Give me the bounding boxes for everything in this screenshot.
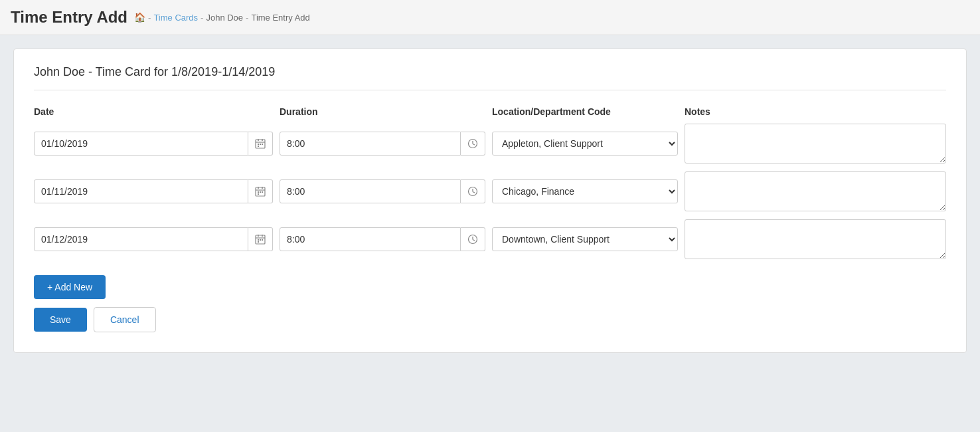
date-picker-button-1[interactable]	[248, 132, 273, 156]
entry-row-2: Appleton, Client Support Chicago, Financ…	[34, 171, 946, 211]
location-select-3[interactable]: Appleton, Client Support Chicago, Financ…	[492, 227, 678, 251]
duration-field-2	[280, 179, 485, 203]
breadcrumb-timeentryadd: Time Entry Add	[251, 13, 309, 23]
location-select-2[interactable]: Appleton, Client Support Chicago, Financ…	[492, 179, 678, 203]
location-select-1[interactable]: Appleton, Client Support Chicago, Financ…	[492, 132, 678, 156]
actions-section: + Add New Save Cancel	[34, 275, 946, 332]
svg-rect-16	[260, 191, 261, 193]
cancel-button[interactable]: Cancel	[94, 307, 156, 332]
calendar-icon-1	[255, 138, 266, 149]
breadcrumb-sep3: -	[246, 13, 248, 23]
svg-rect-17	[262, 191, 263, 193]
calendar-icon-2	[255, 186, 266, 197]
date-input-2[interactable]	[34, 179, 248, 203]
svg-rect-15	[258, 191, 259, 193]
svg-rect-28	[262, 239, 263, 241]
duration-field-1	[280, 132, 485, 156]
calendar-icon-3	[255, 234, 266, 245]
entry-row-3: Appleton, Client Support Chicago, Financ…	[34, 219, 946, 259]
svg-rect-5	[260, 144, 261, 145]
main-content: John Doe - Time Card for 1/8/2019-1/14/2…	[0, 35, 980, 366]
duration-column-header: Duration	[280, 106, 485, 117]
breadcrumb: 🏠 - Time Cards - John Doe - Time Entry A…	[134, 12, 310, 23]
svg-rect-27	[260, 239, 261, 241]
save-button[interactable]: Save	[34, 308, 87, 332]
notes-textarea-3[interactable]	[685, 219, 946, 259]
date-field-2	[34, 179, 273, 203]
clock-icon-2	[467, 186, 478, 197]
breadcrumb-sep2: -	[201, 13, 203, 23]
clock-icon-1	[467, 138, 478, 149]
date-input-1[interactable]	[34, 132, 248, 156]
svg-rect-18	[258, 193, 259, 195]
date-input-3[interactable]	[34, 227, 248, 251]
date-picker-button-2[interactable]	[248, 179, 273, 203]
svg-rect-4	[258, 144, 259, 145]
notes-textarea-1[interactable]	[685, 124, 946, 163]
duration-clock-button-3[interactable]	[461, 227, 485, 251]
bottom-actions: Save Cancel	[34, 307, 946, 332]
column-headers: Date Duration Location/Department Code N…	[34, 106, 946, 117]
svg-line-10	[473, 144, 475, 146]
duration-clock-button-2[interactable]	[461, 179, 485, 203]
entry-row-1: Appleton, Client Support Chicago, Financ…	[34, 124, 946, 163]
svg-rect-29	[258, 241, 259, 243]
date-picker-button-3[interactable]	[248, 227, 273, 251]
duration-clock-button-1[interactable]	[461, 132, 485, 156]
page-header: Time Entry Add 🏠 - Time Cards - John Doe…	[0, 0, 980, 35]
svg-line-21	[473, 192, 475, 193]
duration-input-3[interactable]	[280, 227, 461, 251]
page-title: Time Entry Add	[11, 8, 127, 27]
add-new-button[interactable]: + Add New	[34, 275, 106, 299]
duration-input-1[interactable]	[280, 132, 461, 156]
location-column-header: Location/Department Code	[492, 106, 678, 117]
notes-column-header: Notes	[685, 106, 946, 117]
breadcrumb-separator: -	[148, 13, 151, 23]
breadcrumb-johndoe: John Doe	[206, 13, 243, 23]
form-card: John Doe - Time Card for 1/8/2019-1/14/2…	[13, 49, 967, 353]
date-field-1	[34, 132, 273, 156]
card-title: John Doe - Time Card for 1/8/2019-1/14/2…	[34, 65, 946, 90]
svg-line-32	[473, 240, 475, 241]
date-field-3	[34, 227, 273, 251]
date-column-header: Date	[34, 106, 273, 117]
home-icon: 🏠	[134, 12, 145, 23]
breadcrumb-timecards[interactable]: Time Cards	[153, 13, 198, 23]
notes-textarea-2[interactable]	[685, 171, 946, 211]
duration-field-3	[280, 227, 485, 251]
svg-rect-26	[258, 239, 259, 241]
clock-icon-3	[467, 234, 478, 245]
duration-input-2[interactable]	[280, 179, 461, 203]
svg-rect-7	[258, 146, 259, 147]
svg-rect-6	[262, 144, 263, 145]
